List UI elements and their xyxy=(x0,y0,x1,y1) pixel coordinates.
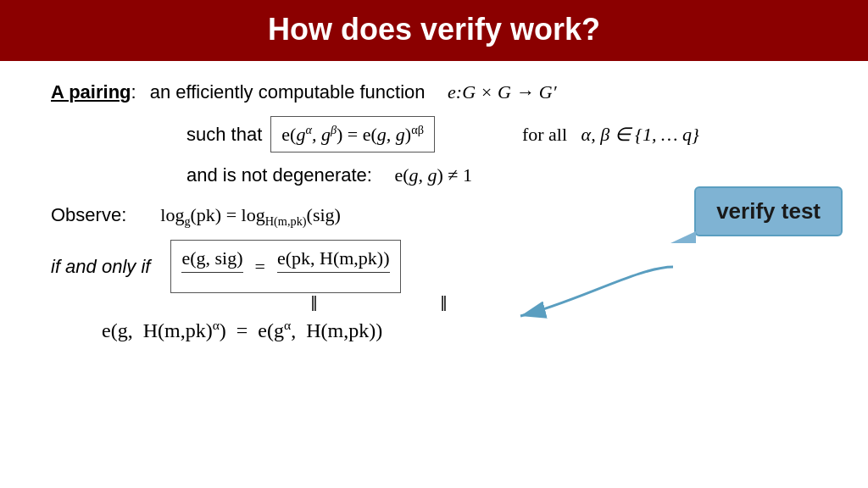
such-that-label: such that xyxy=(186,120,262,148)
pairing-description: an efficiently computable function xyxy=(150,78,426,106)
ioi-right: e(pk, H(m,pk)) xyxy=(277,244,390,289)
verify-arrow xyxy=(512,258,682,326)
observe-label: Observe: xyxy=(51,201,126,229)
double-eq-right: ‖ xyxy=(440,293,448,312)
slide: How does verify work? A pairing : an eff… xyxy=(0,0,868,488)
slide-header: How does verify work? xyxy=(0,0,868,61)
verify-callout: verify test xyxy=(694,186,843,236)
degenerate-equation: e(g, g) ≠ 1 xyxy=(381,161,472,189)
bilinear-equation: e(gα, gβ) = e(g, g)αβ xyxy=(270,116,435,152)
ioi-right-text: e(pk, H(m,pk)) xyxy=(277,244,390,273)
such-that-line: such that e(gα, gβ) = e(g, g)αβ for all … xyxy=(186,116,834,152)
pairing-function: e:G × G → G′ xyxy=(434,78,557,106)
for-all-text: for all α, β ∈ {1, … q} xyxy=(494,120,699,148)
ioi-left: e(g, sig) xyxy=(181,244,242,289)
ioi-equals: = xyxy=(255,252,265,280)
bottom-equation: e(g, H(m,pk)α) = e(gα, H(m,pk)) xyxy=(102,315,382,346)
ioi-equation: e(g, sig) = e(pk, H(m,pk)) xyxy=(170,240,400,293)
pairing-line: A pairing : an efficiently computable fu… xyxy=(51,78,834,106)
verify-callout-text: verify test xyxy=(716,198,821,224)
slide-title: How does verify work? xyxy=(17,12,851,47)
ioi-right-sub xyxy=(331,271,335,289)
double-eq-left: ‖ xyxy=(310,293,318,312)
degenerate-line: and is not degenerate: e(g, g) ≠ 1 xyxy=(186,161,834,189)
if-and-only-if-line: if and only if e(g, sig) = e(pk, H(m,pk)… xyxy=(51,240,834,293)
degenerate-label: and is not degenerate: xyxy=(186,161,372,189)
pairing-label: A pairing xyxy=(51,78,131,106)
ioi-left-sub xyxy=(211,271,214,289)
observe-equation: logg(pk) = logH(m,pk)(sig) xyxy=(160,201,341,231)
ioi-label: if and only if xyxy=(51,252,150,280)
bottom-equation-line: e(g, H(m,pk)α) = e(gα, H(m,pk)) xyxy=(102,315,834,346)
ioi-left-text: e(g, sig) xyxy=(181,244,242,273)
pairing-colon: : xyxy=(131,78,136,106)
